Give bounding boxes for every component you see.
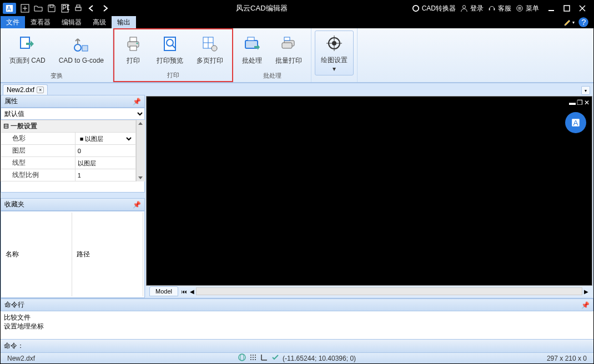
minimize-button[interactable] bbox=[543, 1, 559, 16]
batch-print-icon bbox=[279, 34, 299, 54]
prop-linetype-input[interactable] bbox=[78, 160, 133, 166]
svg-text:A: A bbox=[7, 5, 11, 12]
canvas-maximize-icon[interactable]: ❐ bbox=[577, 99, 583, 107]
page-to-cad-label: 页面到 CAD bbox=[9, 56, 46, 65]
model-tab[interactable]: Model bbox=[149, 286, 178, 296]
svg-point-52 bbox=[253, 355, 254, 356]
maximize-button[interactable] bbox=[559, 1, 575, 16]
svg-rect-5 bbox=[50, 5, 53, 7]
svg-rect-42 bbox=[284, 37, 290, 41]
batch-icon bbox=[242, 34, 262, 54]
cmd-history-line: 比较文件 bbox=[4, 313, 590, 322]
print-icon[interactable] bbox=[72, 2, 85, 15]
status-globe-icon[interactable] bbox=[238, 353, 246, 363]
status-grid-icon[interactable] bbox=[249, 353, 257, 363]
multipage-print-icon bbox=[200, 34, 220, 54]
menu-editor[interactable]: 编辑器 bbox=[56, 16, 87, 29]
chevron-down-icon: ▾ bbox=[333, 65, 336, 73]
scroll-first-icon[interactable]: ⏮ bbox=[180, 289, 188, 295]
cad-converter-link[interactable]: CAD转换器 bbox=[412, 4, 456, 13]
undo-icon[interactable] bbox=[85, 2, 98, 15]
table-row: 线型 bbox=[1, 157, 136, 169]
pin-icon[interactable]: 📌 bbox=[581, 301, 590, 309]
status-ortho-icon[interactable] bbox=[260, 353, 268, 363]
props-section-general[interactable]: ⊟ 一般设置 bbox=[1, 120, 136, 133]
new-file-icon[interactable] bbox=[18, 2, 32, 15]
properties-title: 属性 bbox=[4, 97, 18, 106]
svg-point-59 bbox=[255, 359, 256, 360]
print-preview-button[interactable]: 打印预览 bbox=[151, 32, 189, 68]
pin-icon[interactable]: 📌 bbox=[133, 201, 141, 209]
svg-point-30 bbox=[137, 43, 138, 44]
cad-to-gcode-button[interactable]: CAD to G-code bbox=[53, 32, 109, 67]
pdf-icon[interactable]: PDF bbox=[58, 2, 72, 15]
svg-point-46 bbox=[332, 41, 336, 46]
edit-pen-icon[interactable]: ▾ bbox=[563, 17, 575, 27]
open-icon[interactable] bbox=[32, 2, 45, 15]
menubar: 文件 查看器 编辑器 高级 输出 ▾ ? bbox=[1, 16, 593, 28]
svg-rect-8 bbox=[75, 7, 81, 11]
multipage-print-button[interactable]: 多页打印 bbox=[191, 32, 229, 68]
ribbon: 页面到 CAD CAD to G-code 变换 打印 打印预览 bbox=[1, 28, 593, 83]
batch-button[interactable]: 批处理 bbox=[236, 32, 268, 68]
svg-point-10 bbox=[412, 6, 419, 12]
canvas-minimize-icon[interactable]: ▬ bbox=[569, 99, 576, 107]
drawing-canvas[interactable]: ▬ ❐ ✕ A bbox=[146, 96, 592, 286]
commandline-title: 命令行 bbox=[4, 300, 24, 310]
file-tab[interactable]: New2.dxf × bbox=[3, 84, 48, 95]
multipage-print-label: 多页打印 bbox=[197, 56, 223, 65]
page-to-cad-button[interactable]: 页面到 CAD bbox=[4, 32, 51, 68]
redo-icon[interactable] bbox=[98, 2, 112, 15]
svg-rect-12 bbox=[489, 8, 490, 11]
app-logo: A bbox=[3, 3, 16, 14]
prop-layer-input[interactable] bbox=[78, 148, 133, 154]
draw-settings-icon bbox=[324, 33, 344, 53]
support-link[interactable]: 客服 bbox=[488, 4, 511, 13]
menu-viewer[interactable]: 查看器 bbox=[25, 16, 56, 29]
float-action-button[interactable]: A bbox=[565, 112, 586, 133]
close-button[interactable] bbox=[575, 1, 590, 16]
favorites-panel-header: 收藏夹 📌 bbox=[1, 198, 145, 211]
status-coords: (-11.65244; 10.40396; 0) bbox=[283, 355, 356, 362]
svg-rect-26 bbox=[82, 46, 88, 51]
print-button[interactable]: 打印 bbox=[118, 32, 149, 68]
commandline-header: 命令行 📌 bbox=[1, 299, 593, 311]
svg-rect-9 bbox=[77, 5, 80, 7]
horizontal-scrollbar[interactable] bbox=[196, 287, 582, 295]
svg-point-55 bbox=[253, 357, 254, 358]
fav-col-path[interactable]: 路径 bbox=[73, 213, 143, 296]
properties-default-select[interactable]: 默认值 bbox=[1, 108, 145, 120]
svg-rect-13 bbox=[494, 8, 495, 11]
properties-scrollbar[interactable] bbox=[136, 120, 145, 181]
file-tabs: New2.dxf × ▾ bbox=[1, 83, 593, 95]
tabs-dropdown-button[interactable]: ▾ bbox=[581, 86, 590, 95]
draw-settings-button[interactable]: 绘图设置 ▾ bbox=[315, 31, 354, 75]
help-icon[interactable]: ? bbox=[578, 17, 589, 27]
svg-point-37 bbox=[212, 46, 217, 51]
svg-point-50 bbox=[240, 354, 244, 361]
canvas-close-icon[interactable]: ✕ bbox=[584, 99, 590, 107]
menu-output[interactable]: 输出 bbox=[112, 16, 136, 29]
file-tab-label: New2.dxf bbox=[7, 86, 34, 94]
print-label: 打印 bbox=[127, 56, 140, 65]
fav-col-name[interactable]: 名称 bbox=[2, 213, 72, 296]
batch-print-button[interactable]: 批量打印 bbox=[270, 32, 308, 68]
menu-advanced[interactable]: 高级 bbox=[87, 16, 112, 29]
status-dimensions: 297 x 210 x 0 bbox=[543, 355, 590, 362]
pin-icon[interactable]: 📌 bbox=[133, 98, 141, 105]
prop-ltscale-input[interactable] bbox=[78, 172, 133, 179]
menu-file[interactable]: 文件 bbox=[1, 16, 25, 29]
close-tab-icon[interactable]: × bbox=[37, 87, 44, 93]
status-check-icon[interactable] bbox=[271, 353, 279, 363]
login-link[interactable]: 登录 bbox=[460, 4, 484, 13]
save-icon[interactable] bbox=[45, 2, 58, 15]
prop-color-select[interactable]: ■ 以图层 bbox=[78, 135, 133, 143]
scroll-right-icon[interactable]: ▶ bbox=[582, 289, 590, 295]
page-to-cad-icon bbox=[17, 34, 37, 54]
ribbon-group-draw: 绘图设置 ▾ bbox=[311, 28, 358, 82]
svg-point-58 bbox=[253, 359, 254, 360]
svg-point-54 bbox=[250, 357, 251, 358]
commandline-input[interactable] bbox=[27, 342, 590, 350]
menu-link[interactable]: 菜单 bbox=[516, 4, 539, 13]
scroll-left-icon[interactable]: ◀ bbox=[188, 289, 196, 295]
